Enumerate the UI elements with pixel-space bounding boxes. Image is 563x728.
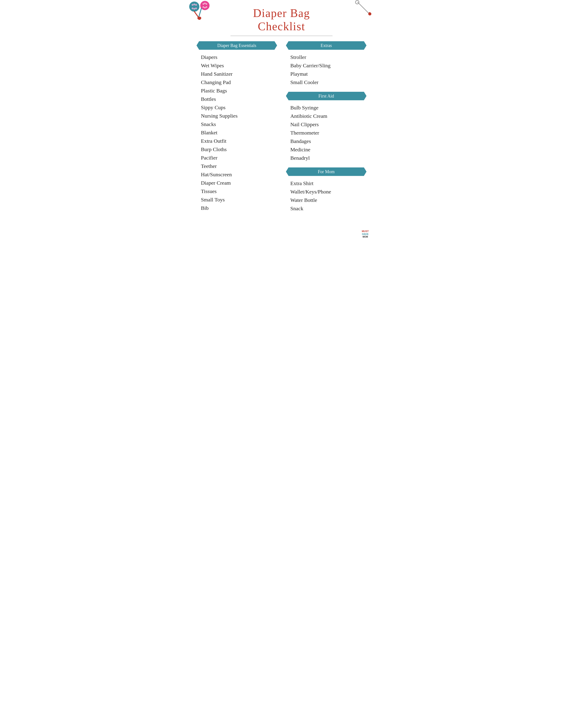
section-list-2: Extra ShirtWallet/Keys/PhoneWater Bottle…: [286, 178, 367, 216]
dot-right: [277, 44, 280, 47]
essentials-banner: Diaper Bag Essentials: [196, 41, 277, 50]
svg-point-13: [206, 3, 207, 5]
list-item: Extra Outfit: [201, 137, 277, 145]
section-group-0: ExtrasStrollerBaby Carrier/SlingPlaymatS…: [286, 41, 367, 90]
list-item: Bib: [201, 204, 277, 212]
list-item: Bandages: [290, 137, 367, 145]
list-item: Burp Cloths: [201, 145, 277, 154]
dot-left: [283, 170, 286, 173]
list-item: Snack: [290, 204, 367, 213]
list-item: Baby Carrier/Sling: [290, 61, 367, 70]
list-item: Nail Clippers: [290, 120, 367, 129]
svg-point-23: [368, 12, 371, 15]
list-item: Hand Sanitizer: [201, 70, 277, 78]
list-item: Water Bottle: [290, 196, 367, 204]
svg-point-12: [203, 3, 204, 5]
list-item: Teether: [201, 162, 277, 170]
list-item: Diaper Cream: [201, 179, 277, 187]
header-divider: [230, 36, 333, 36]
list-item: Small Toys: [201, 195, 277, 204]
svg-point-22: [356, 0, 359, 4]
list-item: Nursing Supplies: [201, 112, 277, 120]
dot-left: [283, 94, 286, 98]
list-item: Small Cooler: [290, 78, 367, 86]
page-title: Diaper Bag Checklist: [196, 7, 367, 33]
section-banner-2: For Mom: [286, 167, 367, 176]
branding-have: HAVE: [362, 233, 369, 236]
list-item: Wallet/Keys/Phone: [290, 188, 367, 196]
right-column: ExtrasStrollerBaby Carrier/SlingPlaymatS…: [286, 41, 367, 218]
svg-point-7: [193, 8, 195, 10]
list-item: Extra Shirt: [290, 179, 367, 188]
section-group-1: First AidBulb SyringeAntibiotic CreamNai…: [286, 92, 367, 166]
svg-point-2: [192, 4, 193, 6]
essentials-section: Diaper Bag Essentials DiapersWet WipesHa…: [196, 41, 277, 216]
list-item: Thermometer: [290, 129, 367, 137]
dot-right: [367, 170, 370, 173]
essentials-list: DiapersWet WipesHand SanitizerChanging P…: [196, 52, 277, 216]
page-header: Diaper Bag Checklist: [196, 7, 367, 33]
section-list-1: Bulb SyringeAntibiotic CreamNail Clipper…: [286, 103, 367, 166]
section-banner-0: Extras: [286, 41, 367, 50]
section-list-0: StrollerBaby Carrier/SlingPlaymatSmall C…: [286, 52, 367, 90]
section-group-2: For MomExtra ShirtWallet/Keys/PhoneWater…: [286, 167, 367, 216]
list-item: Pacifier: [201, 154, 277, 162]
list-item: Bottles: [201, 95, 277, 103]
list-item: Tissues: [201, 187, 277, 195]
list-item: Wet Wipes: [201, 61, 277, 70]
list-item: Plastic Bags: [201, 86, 277, 95]
list-item: Blanket: [201, 128, 277, 137]
list-item: Diapers: [201, 53, 277, 61]
branding-mom: MOM: [362, 236, 369, 238]
list-item: Bulb Syringe: [290, 103, 367, 112]
branding: MUST HAVE MOM: [362, 230, 369, 238]
list-item: Playmat: [290, 70, 367, 78]
section-label-0: Extras: [321, 43, 332, 48]
list-item: Antibiotic Cream: [290, 112, 367, 120]
list-item: Sippy Cups: [201, 103, 277, 112]
left-column: Diaper Bag Essentials DiapersWet WipesHa…: [196, 41, 277, 218]
section-banner-1: First Aid: [286, 92, 367, 100]
list-item: Benadryl: [290, 154, 367, 162]
dot-right: [367, 44, 370, 47]
list-item: Hat/Sunscreen: [201, 170, 277, 179]
list-item: Snacks: [201, 120, 277, 128]
dot-left: [193, 44, 196, 47]
section-label-2: For Mom: [318, 169, 335, 174]
main-content: Diaper Bag Essentials DiapersWet WipesHa…: [196, 41, 367, 218]
dot-left: [283, 44, 286, 47]
essentials-label: Diaper Bag Essentials: [217, 43, 256, 48]
svg-point-16: [204, 3, 206, 4]
svg-point-6: [193, 4, 195, 5]
branding-must: MUST: [362, 230, 369, 233]
list-item: Medicine: [290, 145, 367, 154]
dot-right: [367, 94, 370, 98]
list-item: Changing Pad: [201, 78, 277, 86]
section-label-1: First Aid: [319, 94, 334, 99]
svg-point-3: [195, 4, 197, 6]
svg-point-4: [192, 8, 193, 9]
list-item: Stroller: [290, 53, 367, 61]
